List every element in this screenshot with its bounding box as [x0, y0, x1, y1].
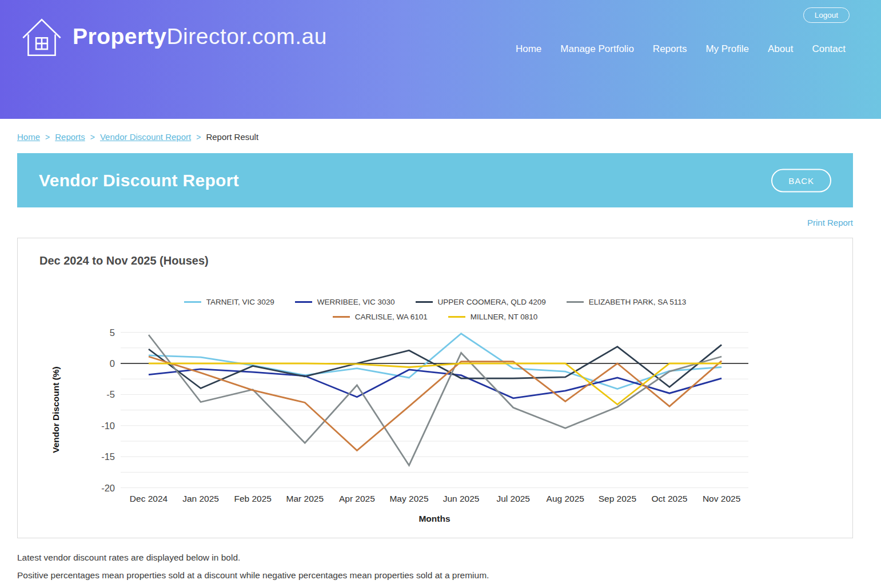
- nav-item-manage-portfolio[interactable]: Manage Portfolio: [560, 43, 634, 55]
- y-tick-label: -15: [101, 451, 115, 462]
- note-positive-negative: Positive percentages mean properties sol…: [17, 570, 489, 581]
- vendor-discount-line-chart: 50-5-10-15-20Vendor Discount (%)Dec 2024…: [18, 238, 852, 538]
- main-nav: HomeManage PortfolioReportsMy ProfileAbo…: [516, 43, 846, 55]
- x-tick-label: Jun 2025: [443, 494, 480, 503]
- x-tick-label: Apr 2025: [339, 494, 375, 503]
- nav-item-about[interactable]: About: [768, 43, 793, 55]
- x-tick-label: Sep 2025: [599, 494, 636, 503]
- logo-text: PropertyDirector.com.au: [73, 24, 327, 49]
- y-tick-label: 0: [110, 358, 115, 369]
- back-button[interactable]: BACK: [771, 169, 831, 192]
- x-tick-label: Nov 2025: [703, 494, 740, 503]
- nav-item-my-profile[interactable]: My Profile: [705, 43, 749, 55]
- breadcrumb-link-vendor-discount-report[interactable]: Vendor Discount Report: [100, 132, 191, 142]
- x-tick-label: Aug 2025: [547, 494, 584, 503]
- x-tick-label: May 2025: [389, 494, 428, 503]
- logo-text-light: Director.com.au: [166, 24, 327, 49]
- y-tick-label: -5: [106, 389, 115, 399]
- page-title: Vendor Discount Report: [39, 171, 239, 190]
- x-tick-label: Jul 2025: [496, 494, 530, 503]
- x-tick-label: Dec 2024: [130, 494, 168, 503]
- logo-text-bold: Property: [73, 24, 166, 49]
- x-tick-label: Mar 2025: [286, 494, 324, 503]
- y-axis-title: Vendor Discount (%): [51, 366, 61, 453]
- chart-card: Dec 2024 to Nov 2025 (Houses) TARNEIT, V…: [17, 238, 853, 538]
- x-tick-label: Jan 2025: [182, 494, 219, 503]
- breadcrumb: Home>Reports>Vendor Discount Report>Repo…: [17, 132, 258, 142]
- breadcrumb-link-home[interactable]: Home: [17, 132, 40, 142]
- nav-item-reports[interactable]: Reports: [653, 43, 687, 55]
- y-tick-label: -20: [101, 483, 115, 493]
- breadcrumb-separator-icon: >: [196, 133, 201, 142]
- y-tick-label: -10: [101, 421, 115, 431]
- house-icon: [20, 15, 63, 58]
- x-tick-label: Feb 2025: [234, 494, 272, 503]
- breadcrumb-current: Report Result: [206, 132, 258, 142]
- x-axis-title: Months: [418, 514, 450, 523]
- x-tick-label: Oct 2025: [652, 494, 688, 503]
- y-tick-label: 5: [110, 327, 115, 338]
- nav-item-contact[interactable]: Contact: [812, 43, 846, 55]
- note-latest-bold: Latest vendor discount rates are display…: [17, 553, 240, 563]
- report-banner: Vendor Discount Report BACK: [17, 153, 853, 207]
- print-report-link[interactable]: Print Report: [807, 218, 853, 227]
- breadcrumb-separator-icon: >: [45, 133, 50, 142]
- logout-button[interactable]: Logout: [803, 7, 850, 23]
- breadcrumb-link-reports[interactable]: Reports: [55, 132, 85, 142]
- nav-item-home[interactable]: Home: [516, 43, 541, 55]
- site-header: PropertyDirector.com.au Logout HomeManag…: [0, 0, 881, 119]
- logo[interactable]: PropertyDirector.com.au: [20, 15, 327, 58]
- breadcrumb-separator-icon: >: [90, 133, 95, 142]
- series-line-upper-coomera: [149, 345, 721, 388]
- series-line-elizabeth-park: [149, 335, 721, 465]
